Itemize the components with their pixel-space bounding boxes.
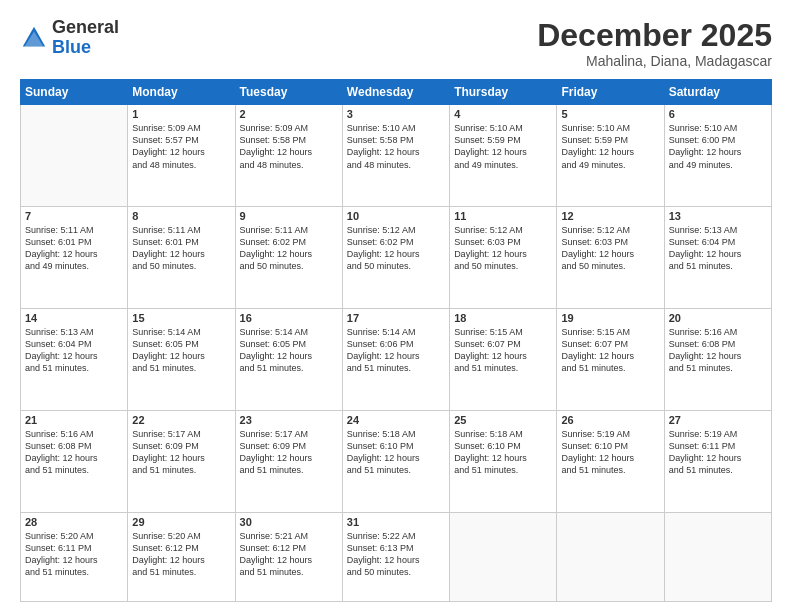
day-info: Sunrise: 5:14 AM Sunset: 6:05 PM Dayligh…: [132, 326, 230, 375]
day-number: 9: [240, 210, 338, 222]
day-number: 30: [240, 516, 338, 528]
day-number: 27: [669, 414, 767, 426]
table-row: [664, 512, 771, 601]
table-row: 9Sunrise: 5:11 AM Sunset: 6:02 PM Daylig…: [235, 207, 342, 309]
day-info: Sunrise: 5:10 AM Sunset: 5:59 PM Dayligh…: [454, 122, 552, 171]
day-info: Sunrise: 5:20 AM Sunset: 6:11 PM Dayligh…: [25, 530, 123, 579]
location-subtitle: Mahalina, Diana, Madagascar: [537, 53, 772, 69]
table-row: 25Sunrise: 5:18 AM Sunset: 6:10 PM Dayli…: [450, 410, 557, 512]
day-info: Sunrise: 5:13 AM Sunset: 6:04 PM Dayligh…: [25, 326, 123, 375]
table-row: [21, 105, 128, 207]
day-number: 23: [240, 414, 338, 426]
day-number: 21: [25, 414, 123, 426]
day-info: Sunrise: 5:18 AM Sunset: 6:10 PM Dayligh…: [347, 428, 445, 477]
page: General Blue December 2025 Mahalina, Dia…: [0, 0, 792, 612]
table-row: 13Sunrise: 5:13 AM Sunset: 6:04 PM Dayli…: [664, 207, 771, 309]
table-row: 27Sunrise: 5:19 AM Sunset: 6:11 PM Dayli…: [664, 410, 771, 512]
day-number: 1: [132, 108, 230, 120]
day-info: Sunrise: 5:17 AM Sunset: 6:09 PM Dayligh…: [132, 428, 230, 477]
day-info: Sunrise: 5:10 AM Sunset: 5:59 PM Dayligh…: [561, 122, 659, 171]
logo-general-text: General: [52, 17, 119, 37]
day-info: Sunrise: 5:11 AM Sunset: 6:01 PM Dayligh…: [132, 224, 230, 273]
day-number: 12: [561, 210, 659, 222]
day-info: Sunrise: 5:16 AM Sunset: 6:08 PM Dayligh…: [669, 326, 767, 375]
table-row: 4Sunrise: 5:10 AM Sunset: 5:59 PM Daylig…: [450, 105, 557, 207]
table-row: 12Sunrise: 5:12 AM Sunset: 6:03 PM Dayli…: [557, 207, 664, 309]
day-number: 28: [25, 516, 123, 528]
table-row: 11Sunrise: 5:12 AM Sunset: 6:03 PM Dayli…: [450, 207, 557, 309]
day-number: 8: [132, 210, 230, 222]
title-block: December 2025 Mahalina, Diana, Madagasca…: [537, 18, 772, 69]
day-number: 5: [561, 108, 659, 120]
table-row: 20Sunrise: 5:16 AM Sunset: 6:08 PM Dayli…: [664, 308, 771, 410]
day-info: Sunrise: 5:11 AM Sunset: 6:01 PM Dayligh…: [25, 224, 123, 273]
table-row: 21Sunrise: 5:16 AM Sunset: 6:08 PM Dayli…: [21, 410, 128, 512]
day-info: Sunrise: 5:19 AM Sunset: 6:11 PM Dayligh…: [669, 428, 767, 477]
header-wednesday: Wednesday: [342, 80, 449, 105]
table-row: 30Sunrise: 5:21 AM Sunset: 6:12 PM Dayli…: [235, 512, 342, 601]
table-row: 16Sunrise: 5:14 AM Sunset: 6:05 PM Dayli…: [235, 308, 342, 410]
table-row: 7Sunrise: 5:11 AM Sunset: 6:01 PM Daylig…: [21, 207, 128, 309]
day-number: 20: [669, 312, 767, 324]
table-row: 24Sunrise: 5:18 AM Sunset: 6:10 PM Dayli…: [342, 410, 449, 512]
day-info: Sunrise: 5:11 AM Sunset: 6:02 PM Dayligh…: [240, 224, 338, 273]
day-info: Sunrise: 5:19 AM Sunset: 6:10 PM Dayligh…: [561, 428, 659, 477]
day-number: 2: [240, 108, 338, 120]
day-number: 18: [454, 312, 552, 324]
table-row: 10Sunrise: 5:12 AM Sunset: 6:02 PM Dayli…: [342, 207, 449, 309]
table-row: [557, 512, 664, 601]
header-saturday: Saturday: [664, 80, 771, 105]
table-row: 28Sunrise: 5:20 AM Sunset: 6:11 PM Dayli…: [21, 512, 128, 601]
table-row: 23Sunrise: 5:17 AM Sunset: 6:09 PM Dayli…: [235, 410, 342, 512]
day-info: Sunrise: 5:12 AM Sunset: 6:03 PM Dayligh…: [561, 224, 659, 273]
header-thursday: Thursday: [450, 80, 557, 105]
table-row: 15Sunrise: 5:14 AM Sunset: 6:05 PM Dayli…: [128, 308, 235, 410]
day-number: 25: [454, 414, 552, 426]
day-number: 11: [454, 210, 552, 222]
day-number: 17: [347, 312, 445, 324]
day-info: Sunrise: 5:17 AM Sunset: 6:09 PM Dayligh…: [240, 428, 338, 477]
logo-icon: [20, 24, 48, 52]
day-info: Sunrise: 5:20 AM Sunset: 6:12 PM Dayligh…: [132, 530, 230, 579]
calendar-header-row: Sunday Monday Tuesday Wednesday Thursday…: [21, 80, 772, 105]
day-number: 4: [454, 108, 552, 120]
day-info: Sunrise: 5:09 AM Sunset: 5:58 PM Dayligh…: [240, 122, 338, 171]
table-row: 29Sunrise: 5:20 AM Sunset: 6:12 PM Dayli…: [128, 512, 235, 601]
day-number: 24: [347, 414, 445, 426]
table-row: [450, 512, 557, 601]
day-number: 7: [25, 210, 123, 222]
day-info: Sunrise: 5:14 AM Sunset: 6:05 PM Dayligh…: [240, 326, 338, 375]
day-number: 16: [240, 312, 338, 324]
day-info: Sunrise: 5:12 AM Sunset: 6:03 PM Dayligh…: [454, 224, 552, 273]
day-number: 19: [561, 312, 659, 324]
day-info: Sunrise: 5:16 AM Sunset: 6:08 PM Dayligh…: [25, 428, 123, 477]
day-number: 22: [132, 414, 230, 426]
day-info: Sunrise: 5:14 AM Sunset: 6:06 PM Dayligh…: [347, 326, 445, 375]
day-number: 6: [669, 108, 767, 120]
table-row: 26Sunrise: 5:19 AM Sunset: 6:10 PM Dayli…: [557, 410, 664, 512]
calendar-table: Sunday Monday Tuesday Wednesday Thursday…: [20, 79, 772, 602]
day-number: 26: [561, 414, 659, 426]
month-title: December 2025: [537, 18, 772, 53]
header-monday: Monday: [128, 80, 235, 105]
table-row: 22Sunrise: 5:17 AM Sunset: 6:09 PM Dayli…: [128, 410, 235, 512]
table-row: 31Sunrise: 5:22 AM Sunset: 6:13 PM Dayli…: [342, 512, 449, 601]
table-row: 17Sunrise: 5:14 AM Sunset: 6:06 PM Dayli…: [342, 308, 449, 410]
header: General Blue December 2025 Mahalina, Dia…: [20, 18, 772, 69]
table-row: 2Sunrise: 5:09 AM Sunset: 5:58 PM Daylig…: [235, 105, 342, 207]
day-number: 3: [347, 108, 445, 120]
day-info: Sunrise: 5:15 AM Sunset: 6:07 PM Dayligh…: [561, 326, 659, 375]
day-info: Sunrise: 5:12 AM Sunset: 6:02 PM Dayligh…: [347, 224, 445, 273]
day-number: 14: [25, 312, 123, 324]
day-number: 13: [669, 210, 767, 222]
day-info: Sunrise: 5:09 AM Sunset: 5:57 PM Dayligh…: [132, 122, 230, 171]
header-tuesday: Tuesday: [235, 80, 342, 105]
day-number: 15: [132, 312, 230, 324]
day-number: 31: [347, 516, 445, 528]
table-row: 8Sunrise: 5:11 AM Sunset: 6:01 PM Daylig…: [128, 207, 235, 309]
table-row: 3Sunrise: 5:10 AM Sunset: 5:58 PM Daylig…: [342, 105, 449, 207]
day-info: Sunrise: 5:15 AM Sunset: 6:07 PM Dayligh…: [454, 326, 552, 375]
day-number: 10: [347, 210, 445, 222]
day-info: Sunrise: 5:22 AM Sunset: 6:13 PM Dayligh…: [347, 530, 445, 579]
day-info: Sunrise: 5:13 AM Sunset: 6:04 PM Dayligh…: [669, 224, 767, 273]
